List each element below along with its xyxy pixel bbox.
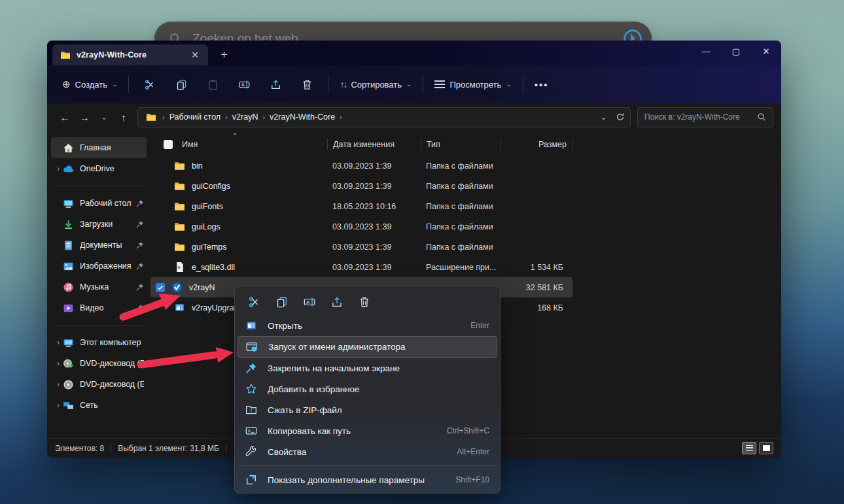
pin-icon — [136, 262, 144, 270]
rename-button[interactable] — [233, 73, 255, 95]
music-icon — [63, 282, 74, 293]
details-view-button[interactable] — [742, 442, 756, 454]
tab-close-icon[interactable]: ✕ — [188, 50, 202, 60]
column-size[interactable]: Размер — [500, 139, 572, 150]
row-checkbox-checked[interactable] — [156, 283, 165, 292]
copy-path-icon — [245, 425, 257, 437]
file-row-e-sqlite3-dll[interactable]: e_sqlite3.dll 03.09.2023 1:39 Расширение… — [150, 257, 572, 277]
file-row-guilogs[interactable]: guiLogs 03.09.2023 1:39 Папка с файлами — [150, 216, 572, 237]
sidebar-item-onedrive[interactable]: › OneDrive — [51, 158, 147, 179]
column-date-modified[interactable]: Дата изменения — [327, 139, 421, 150]
menu-item-copy-as-path[interactable]: Копировать как путь Ctrl+Shift+C — [237, 420, 497, 441]
search-box[interactable] — [637, 107, 773, 127]
more-options-button[interactable]: ••• — [529, 75, 555, 95]
file-row-guifonts[interactable]: guiFonts 18.05.2023 10:16 Папка с файлам… — [150, 196, 572, 216]
recent-locations-button[interactable]: ⌄ — [94, 107, 114, 127]
search-input[interactable] — [644, 112, 757, 122]
desktop-icon — [63, 198, 74, 209]
folder-icon — [146, 112, 156, 122]
column-type[interactable]: Тип — [421, 139, 500, 150]
address-dropdown-icon[interactable]: ⌄ — [601, 113, 607, 122]
menu-item-add-to-favorites[interactable]: Добавить в избранное — [237, 378, 497, 399]
sidebar-item-desktop[interactable]: Рабочий стол — [51, 193, 147, 214]
rename-button[interactable] — [298, 291, 321, 313]
onedrive-cloud-icon — [63, 163, 74, 175]
copy-button[interactable] — [170, 73, 192, 95]
up-button[interactable]: ↑ — [114, 107, 133, 127]
folder-icon — [174, 180, 185, 192]
folder-icon — [60, 50, 71, 60]
chevron-right-icon[interactable]: › — [54, 401, 63, 410]
sidebar-item-documents[interactable]: Документы — [51, 235, 147, 256]
menu-item-open[interactable]: Открыть Enter — [237, 315, 497, 336]
chevron-right-icon[interactable]: › — [54, 380, 63, 389]
breadcrumb-v2rayn-with-core[interactable]: v2rayN-With-Core — [267, 111, 338, 123]
maximize-button[interactable]: ▢ — [721, 41, 751, 61]
sort-ascending-icon: ⌃ — [232, 132, 237, 139]
share-icon — [270, 79, 281, 90]
forward-button[interactable]: → — [75, 107, 94, 127]
tab-title: v2rayN-With-Core — [77, 50, 188, 59]
v2rayn-app-icon — [171, 282, 183, 293]
paste-icon — [207, 79, 219, 90]
delete-button[interactable] — [353, 291, 376, 313]
share-button[interactable] — [264, 73, 287, 95]
context-menu: Открыть Enter Запуск от имени администра… — [234, 286, 501, 494]
star-icon — [245, 383, 257, 395]
sidebar-item-music[interactable]: Музыка — [51, 277, 147, 297]
file-row-bin[interactable]: bin 03.09.2023 1:39 Папка с файлами — [150, 156, 572, 176]
delete-button[interactable] — [296, 73, 318, 95]
new-button[interactable]: ⊕ Создать ⌄ — [56, 74, 123, 95]
sidebar-item-dvd-e[interactable]: › DVD-дисковод (E:) — [51, 374, 147, 395]
view-button[interactable]: Просмотреть ⌄ — [429, 75, 517, 94]
menu-separator — [239, 465, 496, 466]
cut-button[interactable] — [139, 73, 161, 95]
sidebar-item-pictures[interactable]: Изображения — [51, 256, 147, 277]
sidebar-item-home[interactable]: Главная — [51, 137, 147, 158]
breadcrumb[interactable]: › Рабочий стол › v2rayN › v2rayN-With-Co… — [137, 107, 631, 127]
breadcrumb-v2rayn[interactable]: v2rayN — [230, 111, 261, 123]
refresh-icon[interactable] — [616, 112, 625, 122]
large-icons-view-icon — [763, 445, 770, 451]
sidebar-item-dvd-d[interactable]: › DVD-дисковод (D:) — [51, 353, 147, 374]
sidebar-item-this-pc[interactable]: › Этот компьютер — [51, 332, 147, 353]
zip-folder-icon — [245, 404, 257, 416]
chevron-right-icon[interactable]: › — [54, 359, 63, 368]
items-count: Элементов: 8 — [55, 444, 104, 453]
chevron-right-icon[interactable]: › — [54, 338, 63, 347]
paste-button[interactable] — [202, 73, 224, 95]
check-icon — [157, 284, 164, 291]
column-name[interactable]: Имя — [150, 139, 327, 150]
copy-icon — [276, 296, 288, 308]
breadcrumb-desktop[interactable]: Рабочий стол — [167, 111, 223, 123]
cut-button[interactable] — [243, 291, 266, 313]
breadcrumb-separator: › — [338, 113, 344, 121]
menu-item-run-as-administrator[interactable]: Запуск от имени администратора — [237, 336, 497, 358]
menu-item-show-more-options[interactable]: Показать дополнительные параметры Shift+… — [237, 469, 497, 490]
tab-v2rayn-with-core[interactable]: v2rayN-With-Core ✕ — [52, 44, 208, 65]
menu-item-properties[interactable]: Свойства Alt+Enter — [237, 441, 497, 462]
file-row-guitemps[interactable]: guiTemps 03.09.2023 1:39 Папка с файлами — [150, 237, 572, 257]
menu-item-compress-to-zip[interactable]: Сжать в ZIP-файл — [237, 399, 497, 420]
share-button[interactable] — [325, 291, 349, 313]
context-menu-quick-actions — [237, 289, 497, 315]
search-icon — [757, 112, 766, 122]
navigation-pane: Главная › OneDrive Рабочий стол Загрузки — [47, 131, 150, 438]
large-icons-view-button[interactable] — [759, 442, 773, 454]
trash-icon — [359, 296, 370, 308]
sidebar-item-network[interactable]: › Сеть — [51, 395, 147, 416]
sidebar-item-downloads[interactable]: Загрузки — [51, 214, 147, 235]
minimize-button[interactable]: — — [691, 41, 721, 61]
copy-button[interactable] — [270, 291, 294, 313]
close-button[interactable]: ✕ — [751, 41, 781, 61]
chevron-right-icon[interactable]: › — [54, 164, 63, 173]
select-all-checkbox[interactable] — [164, 140, 173, 149]
folder-icon — [174, 221, 185, 232]
sidebar-item-videos[interactable]: Видео — [51, 297, 147, 318]
new-tab-button[interactable]: ＋ — [219, 46, 230, 61]
menu-item-pin-to-start[interactable]: Закрепить на начальном экране — [237, 358, 497, 378]
sort-button[interactable]: ↑↓ Сортировать ⌄ — [334, 75, 417, 94]
title-bar: v2rayN-With-Core ✕ ＋ — ▢ ✕ — [47, 41, 781, 65]
back-button[interactable]: ← — [55, 107, 75, 127]
file-row-guiconfigs[interactable]: guiConfigs 03.09.2023 1:39 Папка с файла… — [150, 176, 572, 196]
